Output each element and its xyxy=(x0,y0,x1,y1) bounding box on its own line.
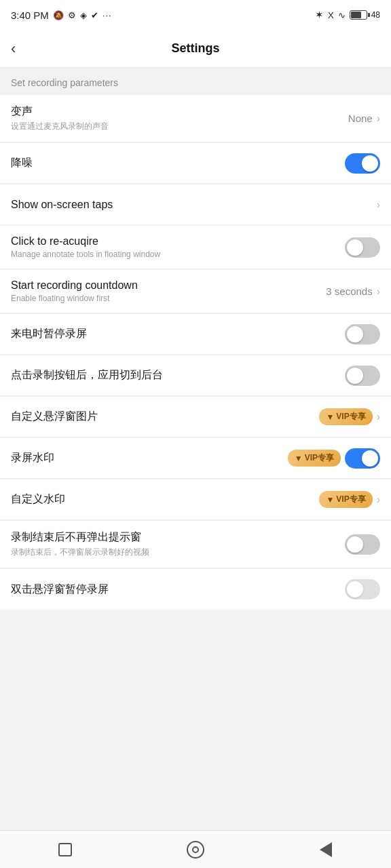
settings-group: 变声 设置通过麦克风录制的声音 None › 降噪 Show xyxy=(0,95,391,610)
circle-icon xyxy=(187,841,204,859)
setting-click-reacquire[interactable]: Click to re-acuqire Manage annotate tool… xyxy=(0,226,391,269)
voice-change-sub: 设置通过麦克风录制的声音 xyxy=(11,121,348,132)
setting-show-taps[interactable]: Show on-screen taps › xyxy=(0,184,391,225)
custom-watermark-title: 自定义水印 xyxy=(11,492,319,507)
vip-badge-float: ▼ VIP专享 xyxy=(319,408,372,425)
start-countdown-sub: Enable floating window first xyxy=(11,294,326,303)
click-reacquire-toggle[interactable] xyxy=(345,237,380,258)
wifi-icon: ∿ xyxy=(338,10,346,20)
show-taps-title: Show on-screen taps xyxy=(11,199,377,211)
setting-voice-change[interactable]: 变声 设置通过麦克风录制的声音 None › xyxy=(0,95,391,142)
bluetooth-icon: ✶ xyxy=(315,9,324,21)
toggle-knob-3 xyxy=(347,326,363,342)
no-popup-title: 录制结束后不再弹出提示窗 xyxy=(11,530,345,545)
circle-inner-icon xyxy=(192,846,199,853)
setting-no-popup[interactable]: 录制结束后不再弹出提示窗 录制结束后，不弹窗展示录制好的视频 xyxy=(0,521,391,568)
battery-fill xyxy=(351,12,361,18)
vip-label-2: VIP专享 xyxy=(305,452,334,464)
triangle-icon xyxy=(320,842,332,857)
dots-icon: ··· xyxy=(103,10,112,20)
vip-icon: ▼ xyxy=(326,412,334,422)
background-on-record-title: 点击录制按钮后，应用切到后台 xyxy=(11,368,345,382)
square-icon xyxy=(58,843,72,856)
signal-icon: X xyxy=(328,10,334,20)
setting-watermark[interactable]: 录屏水印 ▼ VIP专享 xyxy=(0,438,391,479)
click-reacquire-title: Click to re-acuqire xyxy=(11,235,345,248)
toggle-knob-7 xyxy=(347,581,363,597)
status-bar-left: 3:40 PM 🔕 ⚙ ◈ ✔ ··· xyxy=(11,9,112,21)
vip-badge-watermark: ▼ VIP专享 xyxy=(288,450,341,467)
double-tap-title: 双击悬浮窗暂停录屏 xyxy=(11,583,345,597)
setting-double-tap-pause[interactable]: 双击悬浮窗暂停录屏 xyxy=(0,569,391,610)
status-bar-right: ✶ X ∿ 48 xyxy=(315,9,380,21)
watermark-title: 录屏水印 xyxy=(11,451,288,465)
vip-icon-2: ▼ xyxy=(295,454,303,463)
no-popup-toggle[interactable] xyxy=(345,534,380,555)
voice-change-value: None xyxy=(348,113,373,124)
toggle-knob xyxy=(362,155,378,172)
section-label: Set recording parameters xyxy=(0,68,391,95)
voice-change-chevron: › xyxy=(377,113,380,125)
watermark-toggle[interactable] xyxy=(345,448,380,469)
custom-float-chevron: › xyxy=(377,411,380,423)
start-countdown-value: 3 seconds xyxy=(326,285,372,297)
vip-label: VIP专享 xyxy=(336,411,365,422)
battery-indicator xyxy=(350,10,367,20)
no-popup-sub: 录制结束后，不弹窗展示录制好的视频 xyxy=(11,547,345,558)
nav-square-button[interactable] xyxy=(52,836,79,863)
toggle-knob-4 xyxy=(347,368,363,384)
background-on-record-toggle[interactable] xyxy=(345,366,380,386)
custom-float-image-title: 自定义悬浮窗图片 xyxy=(11,410,319,424)
settings-icon: ⚙ xyxy=(68,10,76,20)
setting-custom-watermark[interactable]: 自定义水印 ▼ VIP专享 › xyxy=(0,479,391,520)
custom-watermark-chevron: › xyxy=(377,494,380,506)
show-taps-chevron: › xyxy=(377,199,380,211)
page-title: Settings xyxy=(35,41,356,56)
app-header: ‹ Settings xyxy=(0,30,391,68)
setting-pause-on-call[interactable]: 来电时暂停录屏 xyxy=(0,314,391,355)
pause-on-call-title: 来电时暂停录屏 xyxy=(11,327,345,341)
vip-label-3: VIP专享 xyxy=(336,494,365,505)
vip-icon-3: ▼ xyxy=(326,495,334,505)
setting-background-on-record[interactable]: 点击录制按钮后，应用切到后台 xyxy=(0,355,391,396)
start-countdown-chevron: › xyxy=(377,285,380,298)
photo-icon: ◈ xyxy=(80,10,87,20)
battery-text: 48 xyxy=(371,10,380,20)
mute-icon: 🔕 xyxy=(53,10,64,20)
pause-on-call-toggle[interactable] xyxy=(345,324,380,344)
nav-home-button[interactable] xyxy=(182,836,209,863)
noise-reduction-title: 降噪 xyxy=(11,156,345,170)
toggle-knob-6 xyxy=(347,536,363,553)
nav-back-button[interactable] xyxy=(312,836,339,863)
toggle-knob-5 xyxy=(362,450,378,467)
shield-icon: ✔ xyxy=(91,10,98,20)
noise-reduction-toggle[interactable] xyxy=(345,153,380,174)
voice-change-title: 变声 xyxy=(11,104,348,119)
setting-start-countdown[interactable]: Start recording countdown Enable floatin… xyxy=(0,270,391,313)
setting-noise-reduction[interactable]: 降噪 xyxy=(0,143,391,184)
vip-badge-custom-wm: ▼ VIP专享 xyxy=(319,491,372,508)
setting-custom-float-image[interactable]: 自定义悬浮窗图片 ▼ VIP专享 › xyxy=(0,397,391,437)
status-bar: 3:40 PM 🔕 ⚙ ◈ ✔ ··· ✶ X ∿ 48 xyxy=(0,0,391,30)
toggle-knob-2 xyxy=(347,239,363,256)
status-time: 3:40 PM xyxy=(11,9,49,21)
back-button[interactable]: ‹ xyxy=(11,40,35,58)
bottom-nav xyxy=(0,830,391,868)
double-tap-toggle[interactable] xyxy=(345,579,380,599)
start-countdown-title: Start recording countdown xyxy=(11,279,326,292)
content: Set recording parameters 变声 设置通过麦克风录制的声音… xyxy=(0,68,391,657)
click-reacquire-sub: Manage annotate tools in floating window xyxy=(11,250,345,259)
